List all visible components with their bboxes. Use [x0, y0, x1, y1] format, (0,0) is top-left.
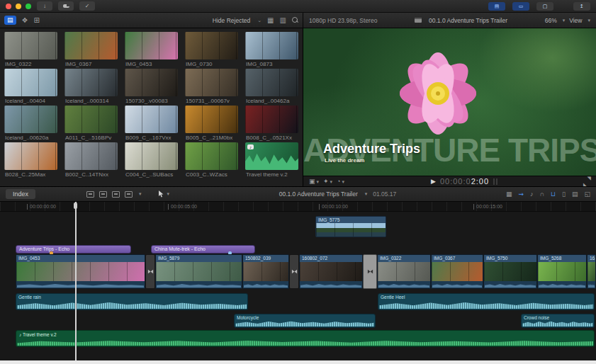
solo-icon[interactable]: ∩ — [540, 191, 544, 198]
timeline-ruler[interactable]: 00:00:00:0000:00:05:0000:00:10:0000:00:1… — [0, 202, 596, 212]
transition-clip[interactable] — [363, 254, 377, 289]
audio-clip[interactable]: Gentle Heel — [378, 293, 595, 310]
share-button[interactable]: ↥ — [573, 2, 590, 11]
connected-clip[interactable]: IMG_5775 — [315, 216, 386, 237]
browser-clip[interactable]: C004_C_..SUBacs — [125, 142, 178, 179]
transition-clip[interactable] — [289, 254, 299, 289]
browser-clip[interactable]: IMG_0322 — [4, 32, 57, 69]
clip-thumbnail[interactable] — [4, 69, 57, 96]
browser-clip[interactable]: B008_C_..0521Xx — [245, 106, 298, 142]
snapping-icon[interactable]: ⊔ — [551, 191, 556, 198]
effects-icon[interactable]: ✦▾ — [323, 178, 332, 185]
browser-clip[interactable]: 150731_..00067v — [185, 69, 238, 106]
clip-thumbnail[interactable] — [125, 142, 178, 170]
title-clip[interactable]: China Mute-trek - Echo — [151, 245, 255, 254]
play-button[interactable]: ▶ — [431, 178, 436, 185]
audio-clip[interactable]: Gentle rain — [16, 293, 248, 310]
background-tasks-icon[interactable]: ✓ — [79, 1, 95, 11]
timeline-clip[interactable]: IMG_0367 — [431, 254, 483, 289]
timeline-clip[interactable]: 160802_072 — [299, 254, 363, 289]
fullscreen-icon[interactable] — [584, 178, 590, 185]
audio-meters-icon[interactable] — [493, 178, 497, 185]
effects-browser-icon[interactable]: ▯ — [562, 191, 566, 198]
clip-thumbnail[interactable] — [245, 106, 298, 133]
clip-thumbnail[interactable] — [64, 69, 118, 96]
import-arrow-icon[interactable]: ↓ — [37, 1, 52, 11]
media-import-button[interactable]: ▤ — [4, 16, 16, 25]
clip-thumbnail[interactable] — [245, 69, 298, 96]
timeline-toggle-button[interactable]: ▭ — [512, 2, 529, 11]
browser-clip[interactable]: B005_C_..21M0bx — [185, 106, 238, 142]
timeline-pane[interactable]: 00:00:00:0000:00:05:0000:00:10:0000:00:1… — [0, 202, 596, 360]
inspector-toggle-button[interactable]: ▢ — [536, 2, 553, 11]
timeline-clip[interactable]: 16.. — [587, 254, 596, 289]
browser-clip[interactable]: B028_C..25Max — [4, 142, 57, 179]
clip-thumbnail[interactable] — [64, 142, 118, 170]
clip-thumbnail[interactable]: ♪ — [245, 142, 298, 170]
index-button[interactable]: Index — [6, 189, 35, 199]
clip-thumbnail[interactable] — [125, 106, 178, 133]
clip-thumbnail[interactable] — [4, 142, 57, 170]
timeline-clip[interactable]: IMG_5750 — [483, 254, 537, 289]
browser-clip[interactable]: IMG_0730 — [185, 32, 238, 69]
clip-thumbnail[interactable] — [125, 69, 178, 96]
search-icon[interactable] — [292, 17, 298, 23]
browser-clip[interactable]: A011_C_..516BPv — [64, 106, 118, 142]
clip-thumbnail[interactable] — [245, 32, 298, 59]
skimming-icon[interactable]: ⇝ — [518, 191, 524, 198]
audio-clip[interactable]: Motorcycle — [234, 314, 376, 328]
playhead-handle[interactable] — [74, 203, 77, 209]
viewer-video[interactable]: ADVENTURE TRIPS Adventure Trips Live the… — [303, 28, 596, 176]
clip-thumbnail[interactable] — [64, 106, 118, 133]
media-browser-icon[interactable]: ▤ — [572, 191, 578, 198]
browser-clip[interactable]: IMG_0873 — [245, 32, 298, 69]
audio-skimming-icon[interactable]: ♪ — [530, 191, 534, 198]
duration-slider-icon[interactable]: ▥ — [280, 17, 286, 24]
key-icon[interactable] — [58, 1, 74, 11]
browser-toggle-button[interactable]: ▤ — [488, 2, 505, 11]
retime-icon[interactable]: ◔▾ — [337, 178, 344, 185]
clip-thumbnail[interactable] — [185, 69, 238, 96]
viewer-zoom-dropdown[interactable]: 66% — [545, 17, 557, 24]
keyword-editor-icon[interactable]: ⊞ — [33, 17, 39, 24]
hide-rejected-dropdown[interactable]: Hide Rejected — [213, 17, 250, 24]
clip-thumbnail[interactable] — [185, 32, 238, 59]
timeline-zoom-icon[interactable]: ◱ — [584, 191, 590, 198]
audio-clip[interactable]: Crowd noise — [521, 314, 595, 328]
browser-clip[interactable]: B009_C_..167Vxx — [125, 106, 178, 142]
crop-icon[interactable]: ▣▾ — [309, 178, 319, 185]
clip-thumbnail[interactable] — [4, 32, 57, 59]
music-clip[interactable]: ♪ Travel theme v.2 — [16, 330, 595, 347]
playhead[interactable] — [75, 202, 77, 360]
connect-edit-icon[interactable] — [86, 191, 94, 198]
clip-appearance-icon[interactable]: ▦ — [506, 191, 512, 198]
clip-thumbnail[interactable] — [125, 32, 178, 59]
browser-clip[interactable]: Iceland_..00620a — [4, 106, 57, 142]
close-button[interactable] — [6, 4, 11, 9]
timeline-project-switcher[interactable]: 00.1.0 Adventure Trips Trailer ▾ 01.05.1… — [175, 190, 500, 198]
timeline-clip[interactable]: IMG_0322 — [377, 254, 431, 289]
photos-audio-icon[interactable]: ❖ — [22, 17, 28, 24]
clip-thumbnail[interactable] — [64, 32, 118, 59]
clip-filter-icon[interactable]: ▦ — [267, 17, 274, 24]
browser-clip[interactable]: 150730_.v00083 — [125, 69, 178, 106]
tool-select-dropdown[interactable]: ▾ — [159, 190, 170, 198]
append-edit-icon[interactable] — [112, 191, 120, 198]
browser-clip[interactable]: ♪Travel theme v.2 — [245, 142, 298, 179]
browser-clip[interactable]: C003_C..WZacs — [185, 142, 238, 179]
zoom-button[interactable] — [26, 4, 31, 9]
clip-thumbnail[interactable] — [185, 142, 238, 170]
minimize-button[interactable] — [16, 4, 21, 9]
browser-clip[interactable]: Iceland_..000314 — [64, 69, 118, 106]
browser-clip[interactable]: B002_C..14TNxx — [64, 142, 118, 179]
title-clip[interactable]: Adventure Trips - Echo — [16, 245, 131, 254]
browser-clip[interactable]: Iceland_..00462a — [245, 69, 298, 106]
viewer-view-dropdown[interactable]: View — [569, 17, 582, 24]
browser-clip[interactable]: IMG_0453 — [125, 32, 178, 69]
timeline-clip[interactable]: IMG_5879 — [155, 254, 242, 289]
transition-clip[interactable] — [145, 254, 155, 289]
clip-thumbnail[interactable] — [185, 106, 238, 133]
timeline-clip[interactable]: IMG_5268 — [537, 254, 587, 289]
clip-thumbnail[interactable] — [4, 106, 57, 133]
timeline-clip[interactable]: IMG_0453 — [16, 254, 145, 289]
